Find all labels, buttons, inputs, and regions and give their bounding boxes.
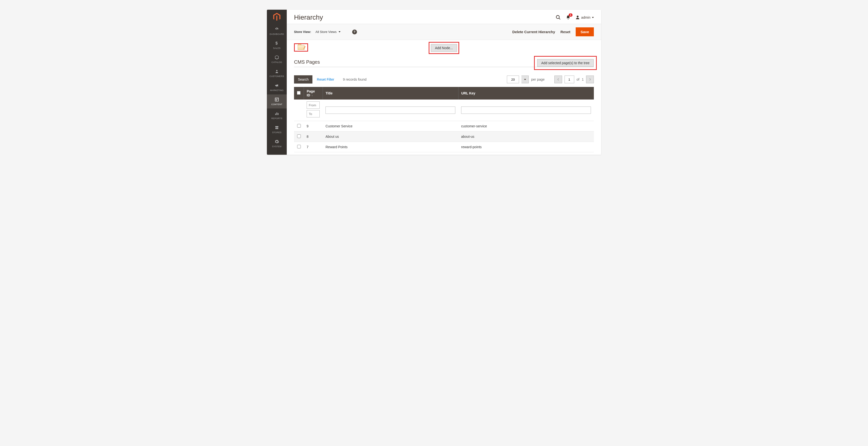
- store-icon: [274, 125, 279, 130]
- magento-logo[interactable]: [267, 10, 287, 24]
- per-page-dropdown[interactable]: [521, 75, 529, 83]
- svg-point-10: [577, 16, 579, 18]
- sidebar-item-system[interactable]: SYSTEM: [267, 136, 287, 151]
- search-button[interactable]: Search: [294, 75, 312, 84]
- help-button[interactable]: ?: [352, 30, 357, 34]
- main-panel: Hierarchy 1 admin: [287, 10, 601, 155]
- chevron-down-icon: [339, 31, 341, 32]
- col-header-title[interactable]: Title: [322, 87, 458, 99]
- chevron-down-icon: [592, 17, 594, 18]
- delete-hierarchy-button[interactable]: Delete Current Hierarchy: [512, 30, 555, 34]
- svg-point-1: [276, 70, 277, 71]
- admin-username: admin: [581, 15, 590, 20]
- per-page-input[interactable]: [507, 75, 519, 83]
- cell-page-id: 9: [304, 121, 322, 131]
- sidebar-item-label: CONTENT: [271, 103, 282, 105]
- search-icon: [556, 15, 561, 20]
- col-header-page-id[interactable]: Page ID↑: [304, 87, 322, 99]
- sidebar-item-label: MARKETING: [270, 89, 284, 92]
- table-row[interactable]: 9 Customer Service customer-service: [294, 121, 594, 131]
- bar-chart-icon: [274, 111, 279, 116]
- sidebar-item-sales[interactable]: $ SALES: [267, 38, 287, 52]
- store-view-select[interactable]: All Store Views: [316, 30, 341, 34]
- table-row[interactable]: 7 Reward Points reward-points: [294, 142, 594, 152]
- col-header-select[interactable]: [294, 87, 304, 99]
- filter-page-id-from[interactable]: [307, 101, 320, 109]
- cell-page-id: 8: [304, 131, 322, 142]
- chevron-right-icon: [589, 78, 591, 81]
- user-icon: [576, 15, 580, 20]
- sidebar-item-catalog[interactable]: CATALOG: [267, 52, 287, 66]
- svg-rect-2: [275, 98, 279, 101]
- per-page-label: per page: [531, 77, 545, 82]
- cell-url-key: reward-points: [458, 142, 594, 152]
- store-view-bar: Store View: All Store Views ? Delete Cur…: [287, 24, 601, 40]
- add-selected-pages-button[interactable]: Add selected page(s) to the tree: [537, 59, 594, 67]
- add-node-highlight: Add Node...: [429, 42, 459, 54]
- select-all-checkbox[interactable]: [297, 91, 301, 95]
- sidebar-item-stores[interactable]: STORES: [267, 123, 287, 136]
- layout-icon: [274, 97, 279, 102]
- table-row[interactable]: 8 About us about-us: [294, 131, 594, 142]
- filter-url-key-input[interactable]: [461, 106, 591, 114]
- save-button[interactable]: Save: [576, 27, 594, 36]
- app-window: DASHBOARD $ SALES CATALOG CUSTOMERS MARK…: [267, 10, 601, 155]
- chevron-down-icon: [524, 79, 526, 80]
- sidebar-item-label: SYSTEM: [272, 145, 282, 148]
- cell-title: Reward Points: [322, 142, 458, 152]
- folder-edit-icon[interactable]: [298, 45, 304, 50]
- sidebar-item-content[interactable]: CONTENT: [267, 94, 287, 108]
- person-icon: [275, 69, 279, 74]
- col-header-url-key[interactable]: URL Key: [458, 87, 594, 99]
- add-node-button[interactable]: Add Node...: [431, 44, 457, 52]
- row-checkbox[interactable]: [297, 145, 301, 149]
- svg-rect-7: [278, 113, 279, 115]
- box-icon: [274, 55, 279, 60]
- filter-title-input[interactable]: [326, 106, 455, 114]
- cell-title: Customer Service: [322, 121, 458, 131]
- cell-title: About us: [322, 131, 458, 142]
- cms-pages-table: Page ID↑ Title URL Key: [294, 87, 594, 152]
- cell-url-key: customer-service: [458, 121, 594, 131]
- search-button[interactable]: [556, 15, 561, 20]
- gear-icon: [274, 139, 279, 144]
- svg-line-9: [559, 18, 560, 20]
- next-page-button[interactable]: [586, 75, 594, 83]
- notification-badge: 1: [569, 13, 572, 17]
- of-label: of: [577, 77, 580, 82]
- sidebar-item-dashboard[interactable]: DASHBOARD: [267, 24, 287, 38]
- sort-asc-icon: ↑: [312, 94, 313, 97]
- sidebar: DASHBOARD $ SALES CATALOG CUSTOMERS MARK…: [267, 10, 287, 155]
- row-checkbox[interactable]: [297, 134, 301, 138]
- filter-page-id-to[interactable]: [307, 110, 320, 118]
- prev-page-button[interactable]: [554, 75, 562, 83]
- admin-user-menu[interactable]: admin: [576, 15, 594, 20]
- store-view-label: Store View:: [294, 30, 311, 34]
- tree-root-highlight: [294, 43, 308, 52]
- svg-rect-5: [275, 114, 276, 115]
- sidebar-item-marketing[interactable]: MARKETING: [267, 81, 287, 94]
- section-title: CMS Pages: [294, 59, 320, 65]
- reset-button[interactable]: Reset: [560, 30, 570, 34]
- sidebar-item-label: CATALOG: [272, 61, 282, 63]
- svg-point-8: [556, 15, 559, 19]
- total-pages: 1: [582, 77, 584, 82]
- topbar: Hierarchy 1 admin: [287, 10, 601, 24]
- sidebar-item-label: DASHBOARD: [270, 33, 284, 35]
- records-found: 9 records found: [343, 77, 366, 82]
- sidebar-item-reports[interactable]: REPORTS: [267, 108, 287, 123]
- row-checkbox[interactable]: [297, 124, 301, 128]
- sidebar-item-customers[interactable]: CUSTOMERS: [267, 66, 287, 81]
- page-input[interactable]: [564, 75, 574, 83]
- sidebar-item-label: SALES: [273, 47, 281, 50]
- sidebar-item-label: REPORTS: [271, 117, 282, 120]
- filter-row: [294, 99, 594, 121]
- top-actions: 1 admin: [556, 15, 594, 20]
- chevron-left-icon: [557, 78, 559, 81]
- dollar-icon: $: [275, 41, 279, 46]
- notifications-button[interactable]: 1: [566, 15, 570, 20]
- cell-page-id: 7: [304, 142, 322, 152]
- reset-filter-link[interactable]: Reset Filter: [317, 77, 334, 82]
- sidebar-item-label: CUSTOMERS: [270, 75, 284, 77]
- add-selected-highlight: Add selected page(s) to the tree: [534, 56, 597, 70]
